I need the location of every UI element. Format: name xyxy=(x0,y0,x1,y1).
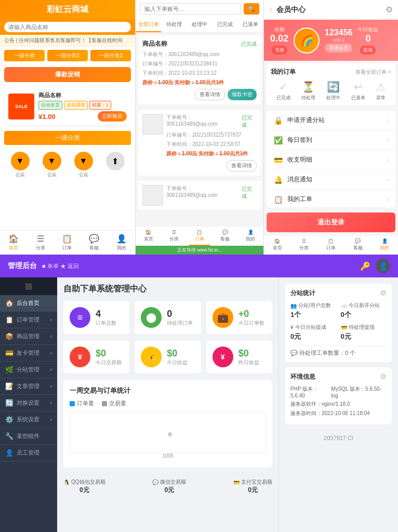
orders-search-input[interactable] xyxy=(140,3,241,15)
order-time-2: 下单时间：2022-10-03 22:58:07 xyxy=(166,141,257,148)
orders-nav-home[interactable]: 🏠 首页 xyxy=(144,230,153,243)
tab-all-orders[interactable]: 全部订单 xyxy=(136,18,161,32)
branch-total-sites: 👥 分站/用户总数 1个 xyxy=(290,302,337,320)
icon-label-1: 公众 xyxy=(16,171,25,178)
sidebar-item-cards-label: 发卡管理 xyxy=(17,349,39,357)
withdraw-button[interactable]: 提现 xyxy=(360,46,376,55)
sidebar-item-articles-label: 文章管理 xyxy=(17,382,39,390)
branch-settings-icon[interactable]: ⚙ xyxy=(380,289,387,298)
env-time-label: 服务器时间：2022-10-06 11:18:04 xyxy=(290,410,370,417)
status-refunded[interactable]: ↩ 已退单 xyxy=(351,81,365,101)
sidebar-item-dashboard-label: 后台首页 xyxy=(17,299,39,307)
tab-completed[interactable]: 已完成 xyxy=(213,18,238,32)
shop-nav-category[interactable]: ☰ 分类 xyxy=(36,234,45,251)
sidebar-item-cards[interactable]: 💳 发卡管理 ‹ xyxy=(0,345,57,362)
back-arrow-icon[interactable]: ‹ xyxy=(269,4,272,15)
recharge-button[interactable]: 充值 xyxy=(272,46,287,55)
orders-nav-category[interactable]: ☰ 分类 xyxy=(169,230,179,243)
branch-icon: 🔒 xyxy=(273,116,283,125)
icon-item-4[interactable]: ⬆ xyxy=(106,152,125,178)
product-tags: 自动发货 虚拟课源 销量：1 xyxy=(38,101,127,110)
shop-search-input[interactable] xyxy=(4,22,131,32)
sidebar-item-branch[interactable]: 🌿 分站管理 ‹ xyxy=(0,362,57,378)
member-avatar: 🌈 xyxy=(294,28,320,54)
system-sidebar-icon: ⚙️ xyxy=(5,416,14,423)
shop-nav-profile[interactable]: 👤 我的 xyxy=(116,234,127,251)
icon-item-1[interactable]: ▼ 公众 xyxy=(11,152,30,178)
env-settings-icon[interactable]: ⚙ xyxy=(380,373,387,381)
tab-processing[interactable]: 处理中 xyxy=(187,18,212,32)
menu-item-notification[interactable]: 🔔 消息通知 › xyxy=(267,170,395,190)
admin-right-panel: 分站统计 ⚙ 👥 分站/用户总数 1个 ☁️ 今日新开分站 xyxy=(278,277,398,532)
member-nav-order[interactable]: 📋 订单 xyxy=(326,238,336,251)
sidebar-item-dashboard[interactable]: 🏠 后台首页 xyxy=(0,295,57,312)
pending-stat-value: 0 xyxy=(167,309,194,320)
orders-stat-icon: ≡ xyxy=(70,307,90,328)
logout-button[interactable]: 退出登录 xyxy=(267,212,395,232)
category-btn-3[interactable]: 一级分类3 xyxy=(90,50,131,61)
pending-stat-label: 待处理订单 xyxy=(167,320,194,327)
detail-button-2[interactable]: 查看详情 xyxy=(227,160,257,171)
order-seller-3: 下单账号：3061163489@qq.com xyxy=(166,185,242,198)
tab-pending[interactable]: 待处理 xyxy=(161,18,187,32)
view-all-orders[interactable]: 查看全部订单 > xyxy=(355,69,391,76)
menu-item-branch[interactable]: 🔒 申请开通分站 › xyxy=(267,111,395,130)
sidebar-item-products[interactable]: 📦 商品管理 ‹ xyxy=(0,328,57,345)
order-top-2: 下单账号：3061163489@qq.com 已完成 xyxy=(166,114,257,129)
status-pending[interactable]: ⏳ 待处理 xyxy=(301,81,315,101)
status-processing[interactable]: 🔄 处理中 xyxy=(326,81,340,101)
member-nav-category[interactable]: ☰ 分类 xyxy=(299,238,309,251)
shop-nav-order[interactable]: 📋 订单 xyxy=(62,234,72,251)
product-img-3 xyxy=(142,185,163,206)
nav-service-label: 客服 xyxy=(89,245,99,251)
sidebar-item-system[interactable]: ⚙️ 系统设置 ‹ xyxy=(0,411,57,428)
menu-item-checkin[interactable]: ✅ 每日签到 › xyxy=(267,130,395,150)
daily-income-value: $0 xyxy=(167,348,194,359)
sidebar-item-orders[interactable]: 📋 订单管理 ‹ xyxy=(0,312,57,328)
sidebar-logo-text: ⬛ xyxy=(25,283,32,289)
chat-icon: 💬 xyxy=(290,350,298,356)
status-completed[interactable]: ✓ 已完成 xyxy=(276,81,290,101)
status-abnormal[interactable]: ⚠ 异常 xyxy=(376,81,386,101)
legend-orders-label: 订单量 xyxy=(77,400,94,407)
branch-divider xyxy=(290,345,387,346)
tab-refunded[interactable]: 已退单 xyxy=(238,18,263,32)
menu-item-ticket[interactable]: 📋 我的工单 › xyxy=(267,190,395,207)
branch-sidebar-icon: 🌿 xyxy=(5,366,14,374)
shop-nav-home[interactable]: 🏠 首页 xyxy=(8,234,19,251)
member-nav-service[interactable]: 💬 客服 xyxy=(353,238,363,251)
balance-label: 余额 xyxy=(270,26,288,33)
orders-panel: 🔍 全部订单 待处理 处理中 已完成 已退单 商品名称 已完成 下单账号：306… xyxy=(135,0,264,255)
yesterday-income-label: 昨日收益 xyxy=(238,359,266,366)
notification-label: 消息通知 xyxy=(287,175,383,184)
category-btn-1[interactable]: 一级分类 xyxy=(4,50,45,61)
sidebar-item-exchange[interactable]: 🔄 对换设置 ‹ xyxy=(0,395,57,411)
orders-nav-order[interactable]: 📋 订单 xyxy=(195,230,204,243)
sidebar-item-components[interactable]: 🔧 某些组件 xyxy=(0,428,57,445)
chart-section: 一周交易与订单统计 订单量 交易量 1005 xyxy=(63,380,272,468)
env-item-php: PHP 版本：5.6.40 MySQL 版本：5.6.50-log xyxy=(290,385,387,398)
settings-gear-icon[interactable]: ⚙ xyxy=(386,5,393,15)
orders-service-label: 客服 xyxy=(220,236,230,243)
icon-item-2[interactable]: ▼ 公众 xyxy=(43,152,61,178)
member-level-badge: 普通会员 xyxy=(325,44,352,52)
icon-item-3[interactable]: ▼ 公众 xyxy=(74,152,93,178)
sidebar-logo: ⬛ xyxy=(0,277,57,295)
admin-user-icon: 👤 xyxy=(376,259,390,273)
orders-search-button[interactable]: 🔍 xyxy=(244,3,259,15)
sidebar-item-system-label: 系统设置 xyxy=(17,416,39,423)
card-button-1[interactable]: 领取卡密 xyxy=(228,89,257,100)
shop-nav-service[interactable]: 💬 客服 xyxy=(89,234,99,251)
menu-item-finance[interactable]: 💳 收支明细 › xyxy=(267,150,395,170)
orders-nav-service[interactable]: 💬 客服 xyxy=(220,230,230,243)
env-php-label: PHP 版本：5.6.40 xyxy=(290,385,331,398)
orders-nav-profile[interactable]: 👤 我的 xyxy=(246,230,255,243)
category-btn-2[interactable]: 一级分类2 xyxy=(47,50,88,61)
exchange-arrow-icon: ‹ xyxy=(50,400,52,406)
buy-button[interactable]: 立即购买 xyxy=(98,111,127,122)
sidebar-item-staff[interactable]: 👤 员工管理 xyxy=(0,445,57,461)
detail-button-1[interactable]: 查看详情 xyxy=(195,89,225,100)
sidebar-item-articles[interactable]: 📝 文章管理 ‹ xyxy=(0,378,57,395)
member-nav-home[interactable]: 🏠 首页 xyxy=(273,238,282,251)
member-nav-profile[interactable]: 👤 我的 xyxy=(380,238,389,251)
